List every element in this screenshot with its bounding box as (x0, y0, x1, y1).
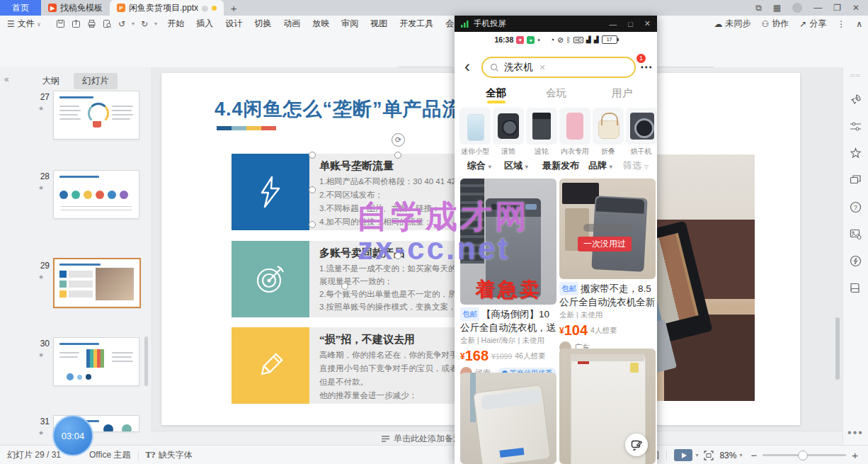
category-dryer[interactable]: 烘干机 (625, 108, 657, 157)
filter-newest[interactable]: 最新发布 (542, 159, 579, 172)
filter-sort[interactable]: 综合 ▾ (467, 159, 491, 172)
category-drum[interactable]: 滚筒 (492, 108, 525, 157)
resource-book-icon[interactable] (850, 282, 862, 294)
export-icon[interactable] (72, 19, 81, 28)
selection-handle[interactable] (394, 252, 401, 259)
filter-region[interactable]: 区域 ▾ (504, 159, 528, 172)
save-icon[interactable] (56, 19, 65, 28)
phone-maximize-button[interactable]: □ (628, 20, 633, 28)
slide-thumbnail-28[interactable] (53, 170, 139, 219)
new-tab-button[interactable]: + (224, 0, 244, 16)
menu-slideshow[interactable]: 放映 (312, 18, 329, 30)
panel-drag-handle[interactable]: ══ (850, 72, 861, 79)
panel-more-icon[interactable]: ••• (847, 426, 864, 439)
menu-view[interactable]: 视图 (370, 18, 387, 30)
collapse-ribbon-icon[interactable]: ∧ (856, 19, 862, 29)
menu-file[interactable]: 文件 ∨ (18, 18, 41, 30)
rocket-tools-icon[interactable] (850, 94, 862, 106)
assistant-mascot-icon[interactable] (792, 3, 802, 13)
more-menu-icon[interactable]: ⋮ (837, 19, 845, 29)
result-tab-users[interactable]: 用户 (612, 86, 632, 100)
redo-icon[interactable]: ↻ (141, 19, 148, 29)
phone-mirror-window[interactable]: 手机投屏 — □ ✕ 16:38 ♥ ● • ◔ ⊘ ᛒ HD ▟ ▟ 17 ‹… (455, 16, 657, 464)
category-mini[interactable]: 迷你小型 (459, 108, 491, 157)
print-icon[interactable] (87, 19, 96, 28)
sidebar-scrollbar[interactable] (144, 336, 148, 386)
back-chevron-icon[interactable]: ‹ (464, 58, 470, 75)
share-button[interactable]: ↗分享 (799, 18, 826, 30)
zoom-slider-thumb[interactable] (798, 451, 808, 460)
canvas-scrollbar[interactable] (835, 317, 840, 380)
menu-design[interactable]: 设计 (225, 18, 242, 30)
selection-handle[interactable] (341, 283, 348, 290)
zoom-options-arrow[interactable]: ▾ (739, 452, 742, 458)
help-icon[interactable]: ? (850, 201, 862, 213)
undo-icon[interactable]: ↺ (118, 19, 125, 29)
collaborate-button[interactable]: ⚇协作 (761, 18, 789, 30)
play-options-arrow[interactable]: ▾ (695, 452, 698, 458)
restore-button[interactable]: ❐ (833, 3, 841, 13)
slide-thumbnail-27[interactable] (53, 91, 139, 140)
zoom-slider[interactable] (763, 454, 846, 456)
image-settings-icon[interactable] (850, 228, 862, 240)
category-folding[interactable]: 折叠 (592, 108, 624, 157)
menu-animation[interactable]: 动画 (283, 18, 300, 30)
product1-image[interactable]: 着急卖 (460, 179, 556, 305)
sync-status[interactable]: ☁未同步 (714, 18, 750, 30)
category-underwear[interactable]: 内衣专用 (559, 108, 591, 157)
filter-more[interactable]: 筛选 ▽ (623, 159, 649, 172)
menu-insert[interactable]: 插入 (196, 18, 213, 30)
clear-search-icon[interactable]: ✕ (539, 63, 546, 72)
tab-docer-template[interactable]: ▶ 找稿免模板 (41, 0, 110, 16)
effects-star-icon[interactable] (850, 147, 862, 159)
rotate-handle[interactable]: ⟳ (392, 133, 405, 147)
recording-timer-bubble[interactable]: 03:04 (52, 415, 93, 456)
slide-thumbnail-29-selected[interactable] (53, 258, 141, 308)
tab-document-active[interactable]: P 闲鱼卖货项目.pptx ◎ (110, 0, 224, 16)
print-preview-icon[interactable] (103, 19, 112, 28)
menu-devtools[interactable]: 开发工具 (399, 18, 433, 30)
quick-action-icon[interactable] (850, 255, 862, 267)
phone-close-button[interactable]: ✕ (644, 19, 651, 28)
menu-start[interactable]: 开始 (167, 18, 184, 30)
feedback-float-button[interactable] (625, 434, 648, 456)
product2-info[interactable]: 包邮搬家带不走，8.5公斤全自动洗衣机全新未拆 全新 | 未使用 ¥ 104 4… (559, 282, 656, 353)
result-tab-all[interactable]: 全部 (486, 86, 506, 100)
zoom-level[interactable]: 83% (719, 451, 736, 460)
theme-name[interactable]: Office 主题 (89, 449, 130, 461)
fit-slide-icon[interactable] (704, 451, 714, 460)
selection-handle[interactable] (309, 186, 316, 193)
missing-font-warning[interactable]: 缺失字体 (159, 449, 193, 461)
filter-brand[interactable]: 品牌 ▾ (588, 159, 612, 172)
slide-title[interactable]: 4.4闲鱼怎么“垄断”单产品流量 (215, 96, 482, 122)
close-button[interactable]: ✕ (852, 3, 860, 13)
block1-square[interactable] (232, 154, 309, 230)
block3-square[interactable] (232, 327, 309, 404)
phone-window-titlebar[interactable]: 手机投屏 — □ ✕ (455, 16, 657, 32)
menu-transition[interactable]: 切换 (254, 18, 271, 30)
tab-slides[interactable]: 幻灯片 (74, 73, 118, 89)
search-input[interactable]: 洗衣机 ✕ (481, 57, 636, 78)
minimize-button[interactable]: — (813, 3, 822, 13)
tab-outline[interactable]: 大纲 (33, 73, 68, 89)
result-tab-huiwan[interactable]: 会玩 (546, 86, 566, 100)
phone-minimize-button[interactable]: — (609, 20, 617, 28)
menu-review[interactable]: 审阅 (341, 18, 358, 30)
product1-info[interactable]: 包邮【商场倒闭】10公斤全自动洗衣机，送货上 全新 | Haier/海尔 | 未… (460, 307, 556, 379)
zoom-out-button[interactable]: − (750, 449, 757, 461)
selection-handle[interactable] (309, 221, 316, 228)
layout-switch-icon[interactable]: ⧉ (755, 3, 762, 13)
layout-windows-icon[interactable] (850, 174, 862, 186)
play-slideshow-button[interactable] (674, 449, 692, 461)
adjust-sliders-icon[interactable] (850, 120, 862, 132)
category-pulsator[interactable]: 波轮 (525, 108, 558, 157)
product2-image[interactable]: 一次没用过 (559, 179, 656, 279)
product3-image[interactable] (460, 373, 556, 464)
zoom-in-button[interactable]: + (852, 449, 858, 461)
slide-thumbnail-30[interactable] (53, 337, 139, 386)
selection-handle[interactable] (394, 152, 401, 159)
collapse-panel-icon[interactable]: « (4, 74, 9, 84)
selection-handle[interactable] (309, 152, 316, 159)
block2-square[interactable] (232, 241, 309, 317)
grid-apps-icon[interactable]: ▦ (773, 3, 781, 13)
